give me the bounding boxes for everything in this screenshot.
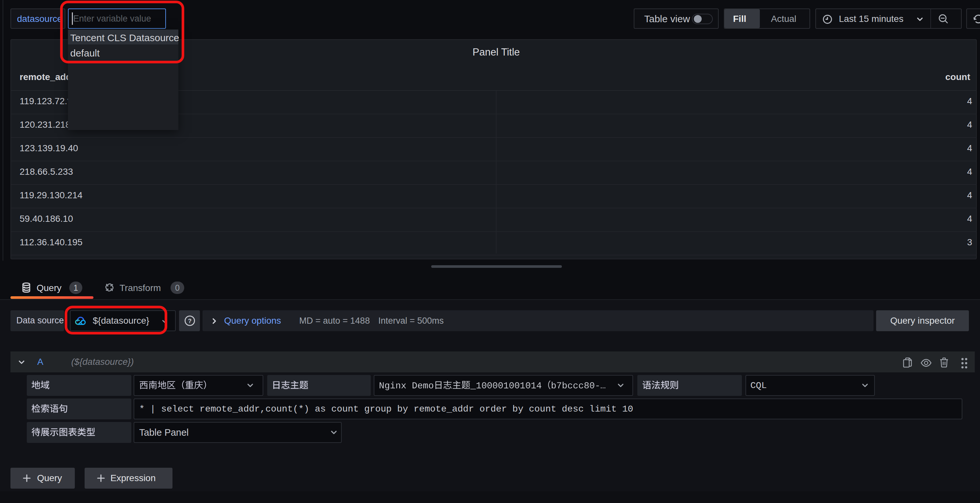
svg-text:?: ? (188, 318, 192, 324)
